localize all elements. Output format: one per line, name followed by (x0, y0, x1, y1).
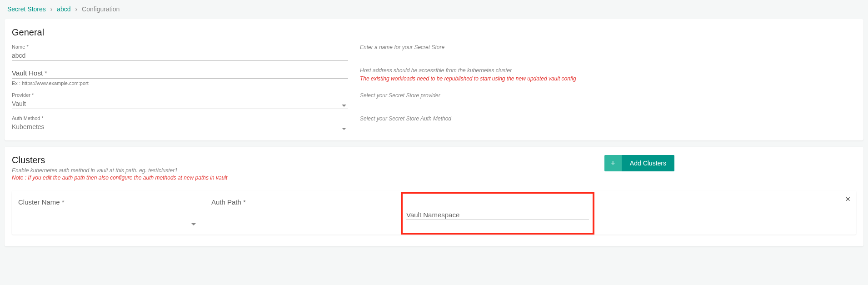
close-icon[interactable]: ✕ (845, 195, 851, 203)
vault-host-label: Vault Host * (12, 67, 348, 77)
clusters-note: Note : If you edit the auth path then al… (12, 175, 227, 181)
auth-path-input[interactable]: Auth Path * (211, 198, 391, 228)
vault-host-warning: The existing workloads need to be republ… (360, 75, 856, 82)
chevron-right-icon: › (50, 5, 53, 13)
name-value: abcd (12, 50, 348, 60)
add-clusters-label: Add Clusters (622, 155, 674, 171)
breadcrumb-root[interactable]: Secret Stores (7, 5, 46, 13)
clusters-title: Clusters (12, 155, 227, 165)
cluster-name-select[interactable]: Cluster Name * (18, 198, 198, 228)
auth-path-label: Auth Path * (211, 198, 391, 207)
vault-namespace-input[interactable]: Vault Namespace (406, 200, 589, 220)
provider-help: Select your Secret Store provider (348, 92, 856, 99)
add-clusters-button[interactable]: + Add Clusters (604, 155, 674, 171)
cluster-row: ✕ Cluster Name * Auth Path * Vault Names… (12, 191, 856, 235)
chevron-down-icon (342, 105, 346, 107)
name-input[interactable]: abcd (12, 50, 348, 61)
general-card: General Name * abcd Enter a name for you… (5, 19, 863, 140)
name-help: Enter a name for your Secret Store (348, 44, 856, 50)
clusters-card: Clusters Enable kubernetes auth method i… (5, 147, 863, 246)
name-label: Name * (12, 44, 348, 50)
provider-select[interactable]: Vault (12, 98, 348, 109)
provider-value: Vault (12, 98, 348, 108)
auth-method-value: Kubernetes (12, 121, 348, 131)
breadcrumb: Secret Stores › abcd › Configuration (5, 5, 863, 19)
auth-method-select[interactable]: Kubernetes (12, 121, 348, 132)
chevron-down-icon (342, 128, 346, 130)
chevron-right-icon: › (75, 5, 78, 13)
auth-method-help: Select your Secret Store Auth Method (348, 115, 856, 122)
clusters-subtitle: Enable kubernetes auth method in vault a… (12, 167, 227, 174)
plus-icon: + (604, 155, 622, 171)
breadcrumb-item[interactable]: abcd (57, 5, 70, 13)
breadcrumb-current: Configuration (82, 5, 120, 13)
cluster-name-label: Cluster Name * (18, 198, 198, 207)
chevron-down-icon (191, 223, 196, 225)
vault-host-help: Host address should be accessible from t… (360, 67, 512, 74)
provider-label: Provider * (12, 92, 348, 98)
auth-method-label: Auth Method * (12, 115, 348, 121)
general-title: General (12, 27, 856, 38)
vault-host-hint: Ex : https://www.example.com:port (12, 80, 348, 86)
vault-namespace-highlight: Vault Namespace (401, 192, 594, 235)
vault-namespace-label: Vault Namespace (406, 211, 589, 220)
vault-host-input[interactable]: Vault Host * (12, 67, 348, 79)
